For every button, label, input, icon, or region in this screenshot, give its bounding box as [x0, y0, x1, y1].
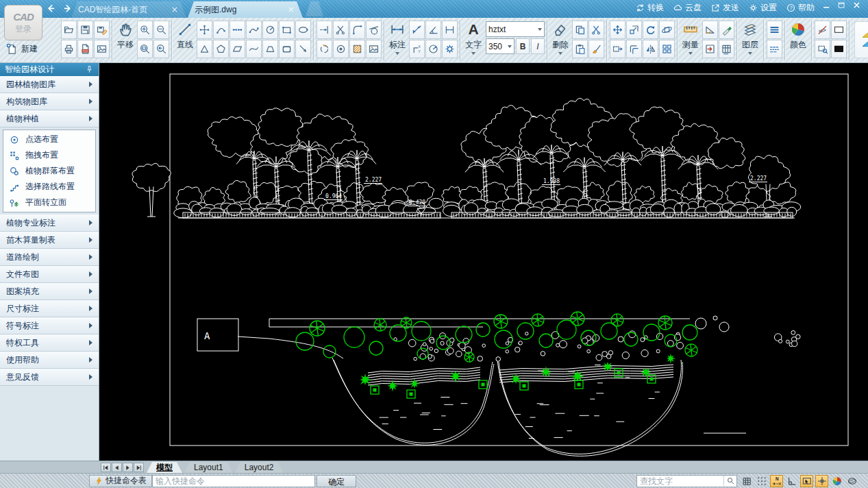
- multiline-button[interactable]: [197, 21, 212, 39]
- sidebar-item[interactable]: 符号标注: [0, 317, 99, 334]
- protractor-button[interactable]: [702, 21, 718, 39]
- polyline-arc-button[interactable]: [246, 21, 262, 39]
- sidebar-item[interactable]: 道路绘制: [0, 249, 99, 266]
- sidebar-item[interactable]: 苗木算量制表: [0, 232, 99, 249]
- bold-button[interactable]: B: [516, 38, 530, 54]
- submenu-item[interactable]: 平面转立面: [3, 195, 95, 210]
- pin-icon[interactable]: [85, 65, 94, 74]
- menu-send[interactable]: 发送: [710, 2, 739, 14]
- hatch-button[interactable]: [349, 40, 365, 58]
- document-tab[interactable]: 示例图.dwg: [188, 1, 303, 18]
- forward-icon[interactable]: [62, 3, 73, 14]
- zoom-previous-button[interactable]: [153, 40, 169, 58]
- color-wheel-toggle[interactable]: [830, 475, 843, 487]
- submenu-item[interactable]: 植物群落布置: [3, 163, 95, 179]
- layers-tool[interactable]: 图层: [739, 21, 761, 55]
- sidebar-item[interactable]: 文件布图: [0, 266, 99, 283]
- eraser-tool[interactable]: 删除: [549, 21, 571, 55]
- menu-settings[interactable]: 设置: [748, 2, 777, 14]
- document-tab[interactable]: CAD智绘园林-首页: [71, 1, 186, 18]
- tangent-button[interactable]: [366, 21, 382, 39]
- fillet-button[interactable]: [349, 21, 365, 39]
- sidebar-item[interactable]: 植物专业标注: [0, 215, 99, 232]
- menu-cloud[interactable]: 云盘: [673, 2, 702, 14]
- italic-button[interactable]: I: [531, 38, 545, 54]
- sb-grid-toggle[interactable]: [740, 475, 753, 487]
- export-block-button[interactable]: [702, 40, 718, 58]
- sidebar-item[interactable]: 构筑物图库: [0, 93, 99, 110]
- extend-button[interactable]: [317, 21, 332, 39]
- ordinate-dim-button[interactable]: XY: [409, 40, 425, 58]
- print-button[interactable]: [61, 40, 77, 58]
- move-button[interactable]: [610, 21, 625, 39]
- donut-button[interactable]: [333, 40, 349, 58]
- layout-tab[interactable]: 模型: [147, 462, 182, 473]
- save-button[interactable]: [77, 21, 93, 39]
- sidebar-item[interactable]: 图案填充: [0, 283, 99, 300]
- color-wheel-tool[interactable]: 颜色: [787, 21, 809, 51]
- mirror-button[interactable]: [643, 40, 658, 58]
- sb-cross-toggle[interactable]: [815, 475, 828, 487]
- offset-button[interactable]: [626, 40, 642, 58]
- spline-button[interactable]: [246, 40, 262, 58]
- sidebar-item[interactable]: 使用帮助: [0, 352, 99, 369]
- zoom-out-button[interactable]: [153, 21, 169, 39]
- quick-command-button[interactable]: 快捷命令表: [89, 475, 152, 487]
- linear-dim-button[interactable]: [442, 21, 458, 39]
- select-similar-button[interactable]: [815, 40, 830, 58]
- submenu-item[interactable]: 点选布置: [3, 132, 95, 147]
- polygon-button[interactable]: [213, 40, 229, 58]
- ruler-tool[interactable]: 测量: [680, 21, 702, 55]
- circle-tool-button[interactable]: [262, 21, 278, 39]
- radius-dim-button[interactable]: [425, 40, 441, 58]
- submenu-item[interactable]: 选择路线布置: [3, 179, 95, 195]
- command-input[interactable]: [152, 475, 315, 487]
- zoom-in-button[interactable]: [137, 21, 153, 39]
- sidebar-item[interactable]: 植物种植: [0, 110, 99, 127]
- font-size-select[interactable]: 350: [486, 38, 514, 54]
- layout-tab[interactable]: Layout2: [235, 462, 284, 473]
- pdf-button[interactable]: PDF: [77, 40, 93, 58]
- marker-pen-button[interactable]: [719, 21, 734, 39]
- first-layout-button[interactable]: [101, 463, 111, 472]
- trim-button[interactable]: [333, 21, 349, 39]
- aligned-dim-button[interactable]: [409, 21, 425, 39]
- menu-convert[interactable]: 转换: [635, 2, 664, 14]
- minimize-button[interactable]: [822, 1, 831, 10]
- stretch-button[interactable]: [610, 40, 625, 58]
- orbit-button[interactable]: [659, 21, 675, 39]
- trapezoid-button[interactable]: [262, 40, 278, 58]
- search-button[interactable]: [723, 476, 736, 486]
- scale-button[interactable]: [626, 21, 642, 39]
- sb-ortho-toggle[interactable]: [785, 475, 798, 487]
- ok-button[interactable]: 确定: [317, 475, 356, 487]
- close-button[interactable]: [852, 1, 861, 10]
- font-select[interactable]: hztxt: [486, 21, 545, 37]
- arc-button[interactable]: [213, 21, 229, 39]
- save-as-button[interactable]: [94, 21, 110, 39]
- text-tool[interactable]: A文字: [462, 21, 484, 55]
- back-icon[interactable]: [45, 3, 57, 14]
- segment-button[interactable]: [230, 21, 245, 39]
- new-file-button[interactable]: 新建: [5, 42, 38, 56]
- sb-cursorbox-toggle[interactable]: [800, 475, 813, 487]
- dim-style-button[interactable]: [442, 40, 458, 58]
- rounded-rect-button[interactable]: [279, 40, 295, 58]
- paste-button[interactable]: [572, 40, 588, 58]
- angular-dim-button[interactable]: [425, 21, 441, 39]
- sidebar-item[interactable]: 尺寸标注: [0, 300, 99, 317]
- new-tab-button[interactable]: [306, 1, 323, 16]
- sidebar-item[interactable]: 特权工具: [0, 334, 99, 352]
- layout-tab[interactable]: Layout1: [184, 462, 233, 473]
- sb-snap-toggle[interactable]: N: [770, 475, 783, 487]
- submenu-item[interactable]: 拖拽布置: [3, 147, 95, 163]
- open-button[interactable]: [61, 21, 77, 39]
- maximize-button[interactable]: [837, 1, 846, 10]
- prev-layout-button[interactable]: [112, 463, 122, 472]
- layer-off-button[interactable]: [815, 21, 830, 39]
- leader-arrow-button[interactable]: [295, 40, 311, 58]
- tab-close-icon[interactable]: [286, 5, 296, 14]
- painter-button[interactable]: [588, 40, 604, 58]
- sidebar-item[interactable]: 园林植物图库: [0, 76, 99, 93]
- line-tool[interactable]: 直线: [174, 21, 196, 51]
